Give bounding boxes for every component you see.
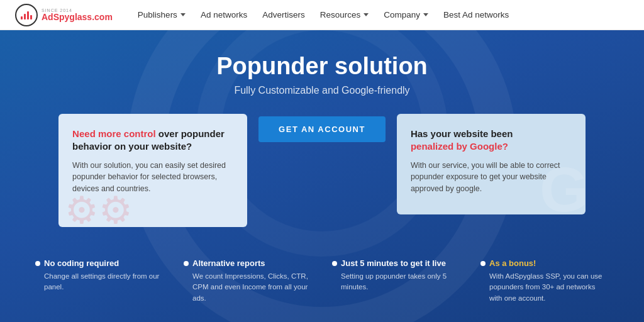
chevron-down-icon [364, 13, 369, 16]
feature-alt-reports-header: Alternative reports [184, 258, 312, 268]
feature-5-minutes-title: Just 5 minutes to get it live [341, 258, 446, 268]
feature-alt-reports-title: Alternative reports [192, 258, 265, 268]
feature-bonus-title: As a bonus! [489, 258, 536, 268]
nav-link-publishers[interactable]: Publishers [131, 6, 192, 23]
feature-bonus-desc: With AdSpyglass SSP, you can use popunde… [480, 271, 609, 304]
bullet-icon [480, 261, 486, 266]
nav-link-advertisers[interactable]: Advertisers [256, 6, 311, 23]
feature-alt-reports-desc: We count Impressions, Clicks, CTR, CPM a… [184, 271, 312, 304]
feature-bonus: As a bonus! With AdSpyglass SSP, you can… [470, 258, 619, 304]
nav-item-company[interactable]: Company [377, 6, 435, 23]
nav-links: Publishers Ad networks Advertisers Resou… [131, 6, 515, 23]
chevron-down-icon [180, 13, 186, 16]
card-control-title: Need more control over popunder behavior… [72, 128, 233, 153]
hero-subtitle: Fully Customizable and Google-friendly [234, 85, 409, 96]
hero-section: Popunder solution Fully Customizable and… [0, 30, 644, 322]
nav-item-publishers[interactable]: Publishers [131, 6, 192, 23]
cta-area: GET AN ACCOUNT [258, 114, 386, 148]
card-penalized-title: Has your website been penalized by Googl… [411, 128, 572, 153]
feature-no-coding-desc: Change all settings directly from our pa… [35, 271, 164, 293]
feature-no-coding-header: No coding required [35, 258, 164, 268]
feature-5-minutes-header: Just 5 minutes to get it live [332, 258, 460, 268]
nav-link-company[interactable]: Company [377, 6, 435, 23]
google-g-icon: G [540, 158, 586, 214]
navbar: SINCE 2014 AdSpyglass.com Publishers Ad … [0, 0, 644, 30]
nav-item-resources[interactable]: Resources [314, 6, 375, 23]
chevron-down-icon [423, 13, 428, 16]
feature-5-minutes: Just 5 minutes to get it live Setting up… [322, 258, 470, 304]
nav-link-resources[interactable]: Resources [314, 6, 375, 23]
bullet-icon [332, 261, 337, 266]
nav-item-advertisers[interactable]: Advertisers [256, 6, 311, 23]
nav-item-adnetworks[interactable]: Ad networks [194, 6, 253, 23]
get-account-button[interactable]: GET AN ACCOUNT [258, 116, 386, 142]
feature-alt-reports: Alternative reports We count Impressions… [174, 258, 322, 304]
card-control: Need more control over popunder behavior… [58, 114, 247, 227]
gear-icon: ⚙⚙ [65, 188, 133, 227]
bullet-icon [35, 261, 40, 266]
nav-item-best-adnetworks[interactable]: Best Ad networks [437, 6, 515, 23]
nav-link-adnetworks[interactable]: Ad networks [194, 6, 253, 23]
logo-text: SINCE 2014 AdSpyglass.com [42, 8, 113, 21]
hero-title: Popunder solution [216, 53, 428, 80]
cards-container: Need more control over popunder behavior… [58, 114, 586, 227]
bullet-icon [184, 261, 189, 266]
feature-5-minutes-desc: Setting up popunder takes only 5 minutes… [332, 271, 460, 293]
feature-no-coding-title: No coding required [44, 258, 119, 268]
logo-icon [15, 4, 38, 26]
logo-bars [21, 11, 32, 19]
feature-no-coding: No coding required Change all settings d… [25, 258, 174, 304]
logo[interactable]: SINCE 2014 AdSpyglass.com [15, 4, 113, 26]
logo-name: AdSpyglass.com [42, 13, 113, 21]
features-row: No coding required Change all settings d… [0, 250, 644, 304]
nav-link-best-adnetworks[interactable]: Best Ad networks [437, 6, 515, 23]
feature-bonus-header: As a bonus! [480, 258, 609, 268]
card-penalized: Has your website been penalized by Googl… [397, 114, 586, 214]
